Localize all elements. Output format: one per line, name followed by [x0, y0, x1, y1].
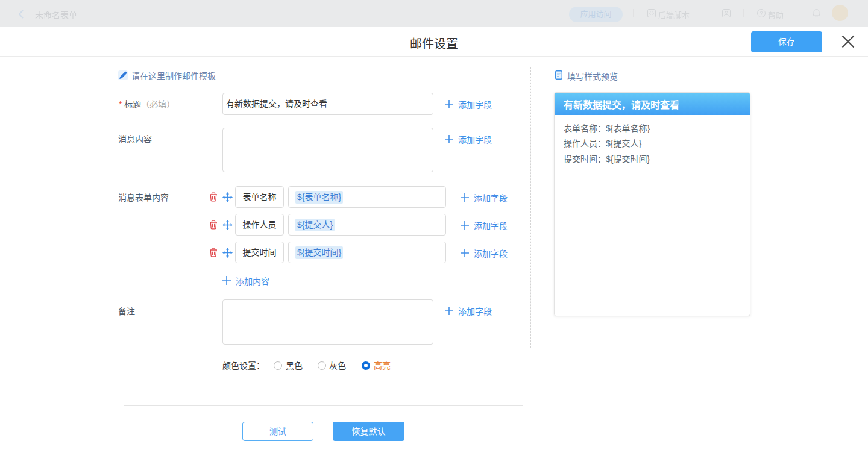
svg-text:?: ? [760, 10, 763, 16]
